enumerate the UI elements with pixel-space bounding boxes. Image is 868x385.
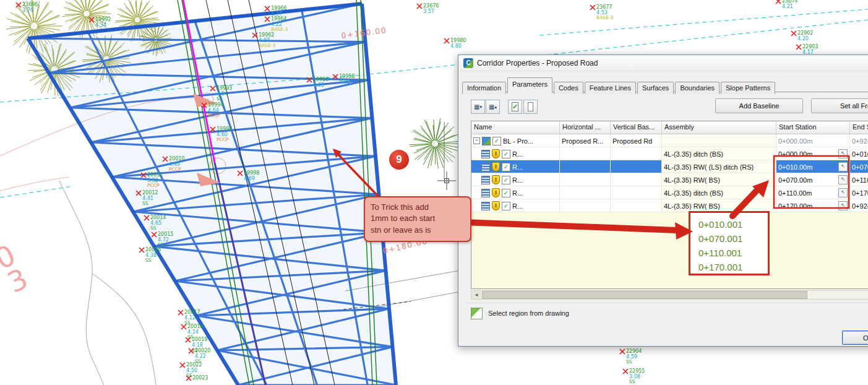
vertical-baseline-cell[interactable]: [611, 160, 662, 173]
point-x-marker: [444, 38, 449, 43]
column-header-name[interactable]: Name: [471, 121, 560, 134]
end-station-cell: 0+924: [850, 134, 868, 147]
point-x-marker: [791, 31, 796, 36]
region-icon: [481, 202, 490, 210]
station-note-value: 0+070.001: [698, 231, 768, 246]
station-pick-button[interactable]: ↖: [838, 188, 848, 197]
vertical-baseline-cell[interactable]: [611, 199, 662, 212]
start-station-cell[interactable]: 0+170.00m↖: [776, 199, 850, 212]
start-station-cell[interactable]: 0+010.00m↖: [776, 160, 850, 173]
horizontal-scrollbar[interactable]: ◄: [471, 290, 868, 300]
column-header-horizontal[interactable]: Horizontal ...: [560, 121, 611, 134]
warning-icon: !: [492, 201, 500, 210]
check-all-regions-button[interactable]: ✓: [508, 100, 522, 114]
unchecked-checkbox-icon: [528, 102, 533, 111]
point-code: SS: [150, 225, 157, 231]
scrollbar-thumb[interactable]: [482, 291, 807, 299]
station-pick-button[interactable]: ↖: [838, 149, 848, 158]
tab-codes[interactable]: Codes: [554, 82, 583, 94]
horizontal-baseline-cell[interactable]: [560, 160, 611, 173]
point-x-marker: [178, 310, 183, 315]
point-elevation: 4.80: [450, 43, 462, 49]
baseline-tree-expand-button[interactable]: ▦▾: [471, 100, 485, 114]
point-x-marker: [620, 349, 625, 354]
column-header-vertical-bas[interactable]: Vertical Bas...: [611, 121, 662, 134]
status-text: Select region from drawing: [488, 309, 569, 317]
row-checkbox[interactable]: ✓: [492, 137, 501, 145]
region-row[interactable]: !✓R...4L-(3.35) RW( BS)0+070.00m↖0+110: [471, 173, 868, 186]
region-icon: [481, 176, 490, 184]
point-elevation: 4.34: [95, 22, 106, 28]
station-note-value: 0+010.001: [698, 217, 768, 231]
horizontal-baseline-cell[interactable]: Proposed R...: [560, 134, 611, 147]
region-row[interactable]: !✓R...4L-(3.35) RW( BS)0+170.00m↖0+924: [471, 199, 868, 212]
station-note-value: 0+110.001: [698, 246, 768, 260]
dialog-titlebar[interactable]: C Corridor Properties - Proposed Road: [458, 55, 868, 71]
vertical-baseline-cell[interactable]: [611, 147, 662, 160]
horizontal-baseline-cell[interactable]: [560, 173, 611, 186]
expand-collapse-toggle[interactable]: −: [473, 137, 480, 144]
station-note-value: 0+170.001: [698, 260, 768, 274]
tab-information[interactable]: Information: [462, 82, 506, 94]
assembly-cell[interactable]: [662, 134, 776, 147]
row-checkbox[interactable]: ✓: [502, 189, 510, 197]
station-pick-button[interactable]: ↖: [838, 175, 848, 184]
point-code: PCCP: [169, 167, 181, 172]
row-checkbox[interactable]: ✓: [502, 202, 510, 210]
add-baseline-button[interactable]: Add Baseline: [715, 98, 803, 113]
start-station-cell[interactable]: 0+110.00m↖: [776, 186, 850, 199]
end-station-cell: 0+924: [850, 199, 868, 212]
region-row[interactable]: !✓R...4L-(3.35) ditch (BS)0+110.00m↖0+17…: [471, 186, 868, 199]
point-code: BASE-3: [271, 27, 288, 32]
station-pick-button[interactable]: ↖: [838, 162, 848, 171]
row-checkbox[interactable]: ✓: [502, 176, 510, 184]
point-x-marker: [265, 6, 270, 11]
vertical-baseline-cell[interactable]: Proposed Rd: [611, 134, 662, 147]
tab-boundaries[interactable]: Boundaries: [675, 82, 720, 94]
ok-button[interactable]: OK: [842, 331, 868, 345]
callout-line: stn or leave as is: [371, 225, 465, 236]
baseline-row[interactable]: −✓BL - Pro...Proposed R...Proposed Rd0+0…: [471, 134, 868, 147]
select-region-icon[interactable]: [471, 308, 483, 319]
start-station-value: 0+110.00m: [778, 188, 812, 199]
tab-feature-lines[interactable]: Feature Lines: [585, 82, 636, 94]
start-station-cell[interactable]: 0+000.00m: [776, 134, 850, 147]
assembly-cell[interactable]: 4L-(3.35) RW( (LS) ditch (RS): [662, 160, 776, 173]
horizontal-baseline-cell[interactable]: [560, 199, 611, 212]
point-x-marker: [417, 4, 422, 9]
row-checkbox[interactable]: ✓: [502, 150, 510, 158]
point-id: 20023: [192, 375, 208, 381]
warning-icon: !: [492, 175, 500, 184]
uncheck-all-regions-button[interactable]: [523, 100, 538, 114]
scroll-left-button[interactable]: ◄: [471, 291, 481, 299]
horizontal-baseline-cell[interactable]: [560, 147, 611, 160]
row-checkbox[interactable]: ✓: [502, 163, 510, 171]
set-all-frequencies-button[interactable]: Set all Freq: [811, 98, 868, 113]
baseline-tree-collapse-button[interactable]: ▦▴: [486, 100, 500, 114]
callout-line: 1mm to each start: [371, 213, 465, 224]
start-station-cell[interactable]: 0+070.00m↖: [776, 173, 850, 186]
column-header-start-station[interactable]: Start Station: [776, 121, 850, 134]
region-row[interactable]: !✓R...4L-(3.35) RW( (LS) ditch (RS)0+010…: [471, 160, 868, 173]
grid-body: −✓BL - Pro...Proposed R...Proposed Rd0+0…: [471, 134, 868, 212]
point-x-marker: [796, 45, 801, 50]
tab-parameters[interactable]: Parameters: [507, 77, 552, 93]
column-header-assembly[interactable]: Assembly: [662, 121, 776, 134]
tab-surfaces[interactable]: Surfaces: [637, 82, 674, 94]
vertical-baseline-cell[interactable]: [611, 186, 662, 199]
column-header-end-station[interactable]: End Station: [850, 121, 868, 134]
survey-point: 199804.80: [444, 38, 466, 49]
parameters-grid: NameHorizontal ...Vertical Bas...Assembl…: [471, 121, 868, 289]
station-pick-button[interactable]: ↖: [838, 201, 848, 210]
assembly-cell[interactable]: 4L-(3.35) ditch (BS): [662, 186, 776, 199]
assembly-cell[interactable]: 4L-(3.35) RW( BS): [662, 199, 776, 212]
end-station-cell: 0+170: [850, 186, 868, 199]
start-station-cell[interactable]: 0+000.00m↖: [776, 147, 850, 160]
horizontal-baseline-cell[interactable]: [560, 186, 611, 199]
tab-slope-patterns[interactable]: Slope Patterns: [721, 82, 775, 94]
assembly-cell[interactable]: 4L-(3.35) RW( BS): [662, 173, 776, 186]
region-row[interactable]: !✓R...4L-(3.35) ditch (BS)0+000.00m↖0+01…: [471, 147, 868, 160]
assembly-cell[interactable]: 4L-(3.35) ditch (BS): [662, 147, 776, 160]
point-elevation: 3.76: [22, 7, 33, 13]
vertical-baseline-cell[interactable]: [611, 173, 662, 186]
